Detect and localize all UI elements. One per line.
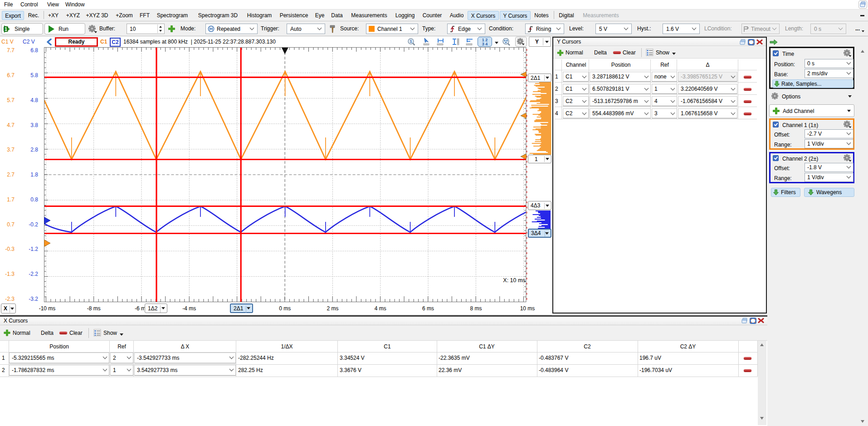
svg-text:1: 1 bbox=[410, 39, 412, 44]
svg-text:X: 10 ms: X: 10 ms bbox=[503, 277, 525, 284]
